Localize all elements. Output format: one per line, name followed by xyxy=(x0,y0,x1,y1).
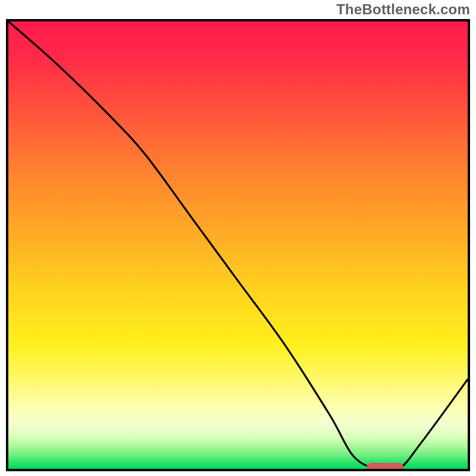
watermark-text: TheBottleneck.com xyxy=(336,1,470,18)
curve-path xyxy=(8,21,468,469)
plot-frame xyxy=(6,19,470,471)
chart-container: TheBottleneck.com xyxy=(0,0,476,476)
optimal-range-marker xyxy=(367,463,403,471)
bottleneck-curve xyxy=(8,21,468,469)
